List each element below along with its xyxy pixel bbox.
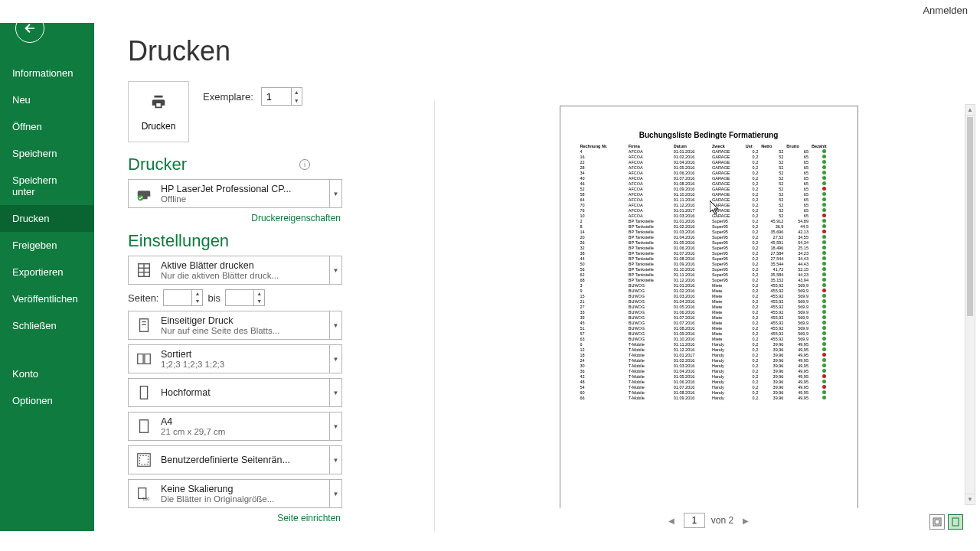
nav-item-öffnen[interactable]: Öffnen: [0, 113, 94, 140]
nav-item-speichern-unter[interactable]: Speichern unter: [0, 167, 94, 205]
copies-down[interactable]: ▼: [292, 96, 302, 105]
svg-rect-18: [140, 456, 149, 465]
current-page-input[interactable]: [684, 513, 705, 528]
scroll-thumb[interactable]: [967, 117, 973, 316]
pages-to-spinner[interactable]: ▲▼: [225, 289, 265, 306]
copies-label: Exemplare:: [203, 91, 253, 103]
pages-to-label: bis: [207, 292, 220, 304]
chevron-down-icon: ▼: [329, 311, 341, 339]
svg-rect-10: [140, 319, 149, 332]
printer-status: Offline: [161, 194, 337, 204]
printer-heading: Drucker i: [128, 155, 342, 174]
printer-properties-link[interactable]: Druckereigenschaften: [128, 213, 342, 223]
svg-rect-13: [138, 354, 143, 364]
pages-label: Seiten:: [128, 292, 158, 304]
page-navigator: ◀ von 2 ▶: [665, 513, 752, 528]
page-single-icon: [133, 315, 155, 336]
chevron-down-icon: ▼: [329, 379, 341, 406]
orientation-select[interactable]: Hochformat ▼: [128, 378, 342, 407]
chevron-down-icon: ▼: [329, 180, 341, 207]
chevron-down-icon: ▼: [329, 256, 341, 284]
nav-item-drucken[interactable]: Drucken: [0, 205, 94, 232]
nav-item-informationen[interactable]: Informationen: [0, 60, 94, 86]
preview-page: Buchungsliste Bedingte Formatierung Rech…: [560, 106, 858, 508]
print-preview: Buchungsliste Bedingte Formatierung Rech…: [454, 101, 963, 531]
svg-rect-16: [140, 420, 149, 433]
show-margins-button[interactable]: [929, 514, 945, 530]
copies-input[interactable]: [262, 90, 291, 104]
pages-from[interactable]: [164, 290, 191, 305]
preview-scrollbar[interactable]: ▲ ▼: [965, 104, 975, 505]
pages-range-row: Seiten: ▲▼ bis ▲▼: [128, 289, 342, 306]
chevron-down-icon: ▼: [329, 446, 341, 474]
copies-spinner[interactable]: ▲▼: [261, 87, 302, 106]
paper-size-select[interactable]: A421 cm x 29,7 cm ▼: [128, 412, 342, 441]
collate-icon: [133, 348, 155, 370]
margins-icon: [133, 449, 155, 471]
prev-page-button[interactable]: ◀: [665, 517, 678, 525]
print-what-select[interactable]: Aktive Blätter druckenNur die aktiven Bl…: [128, 256, 342, 285]
print-button[interactable]: Drucken: [128, 81, 189, 142]
nav-item-konto[interactable]: Konto: [0, 360, 94, 387]
scroll-up-button[interactable]: ▲: [965, 105, 975, 116]
page-total-label: von 2: [711, 515, 733, 526]
page-setup-link[interactable]: Seite einrichten: [128, 513, 342, 523]
printer-icon: [150, 93, 167, 116]
page-title: Drucken: [128, 35, 946, 67]
margins-select[interactable]: Benutzerdefinierte Seitenrän... ▼: [128, 445, 342, 474]
preview-table: Rechnung Nr.FirmaDatumZweckUstNettoBrutt…: [579, 144, 839, 400]
printer-info-icon[interactable]: i: [299, 159, 310, 170]
sheets-icon: [133, 259, 155, 281]
pages-from-spinner[interactable]: ▲▼: [163, 289, 203, 306]
chevron-down-icon: ▼: [329, 480, 341, 507]
printer-name: HP LaserJet Professional CP...: [161, 184, 337, 194]
pages-to[interactable]: [226, 290, 253, 305]
settings-heading: Einstellungen: [128, 231, 342, 251]
nav-item-freigeben[interactable]: Freigeben: [0, 232, 94, 259]
nav-item-schließen[interactable]: Schließen: [0, 312, 94, 339]
content-area: Anmelden Drucken Drucken Exemplare:: [94, 3, 980, 531]
scaling-icon: 100: [133, 483, 155, 504]
svg-rect-23: [952, 518, 959, 526]
sides-select[interactable]: Einseitiger DruckNur auf eine Seite des …: [128, 311, 342, 340]
vertical-divider: [434, 101, 435, 531]
svg-rect-22: [935, 520, 939, 524]
scroll-down-button[interactable]: ▼: [965, 494, 975, 504]
printer-select[interactable]: HP LaserJet Professional CP... Offline ▼: [128, 179, 342, 208]
svg-rect-15: [140, 386, 147, 399]
svg-rect-14: [145, 354, 150, 364]
signin-link[interactable]: Anmelden: [923, 5, 968, 16]
nav-item-optionen[interactable]: Optionen: [0, 387, 94, 414]
arrow-left-icon: [23, 21, 37, 35]
page-size-icon: [133, 416, 155, 437]
nav-item-speichern[interactable]: Speichern: [0, 140, 94, 167]
nav-item-neu[interactable]: Neu: [0, 86, 94, 113]
next-page-button[interactable]: ▶: [740, 517, 752, 525]
backstage-sidebar: InformationenNeuÖffnenSpeichernSpeichern…: [0, 3, 94, 531]
nav-list: InformationenNeuÖffnenSpeichernSpeichern…: [0, 60, 94, 414]
preview-title: Buchungsliste Bedingte Formatierung: [579, 131, 839, 139]
print-button-label: Drucken: [142, 121, 176, 132]
nav-item-veröffentlichen[interactable]: Veröffentlichen: [0, 285, 94, 312]
copies-up[interactable]: ▲: [292, 88, 302, 96]
collate-select[interactable]: Sortiert1;2;3 1;2;3 1;2;3 ▼: [128, 344, 342, 373]
svg-text:100: 100: [142, 497, 149, 501]
portrait-icon: [133, 382, 155, 403]
chevron-down-icon: ▼: [329, 412, 341, 440]
zoom-to-page-button[interactable]: [948, 514, 963, 530]
chevron-down-icon: ▼: [329, 345, 341, 373]
printer-device-icon: [133, 183, 155, 204]
nav-item-exportieren[interactable]: Exportieren: [0, 259, 94, 285]
scaling-select[interactable]: 100 Keine SkalierungDie Blätter in Origi…: [128, 479, 342, 508]
